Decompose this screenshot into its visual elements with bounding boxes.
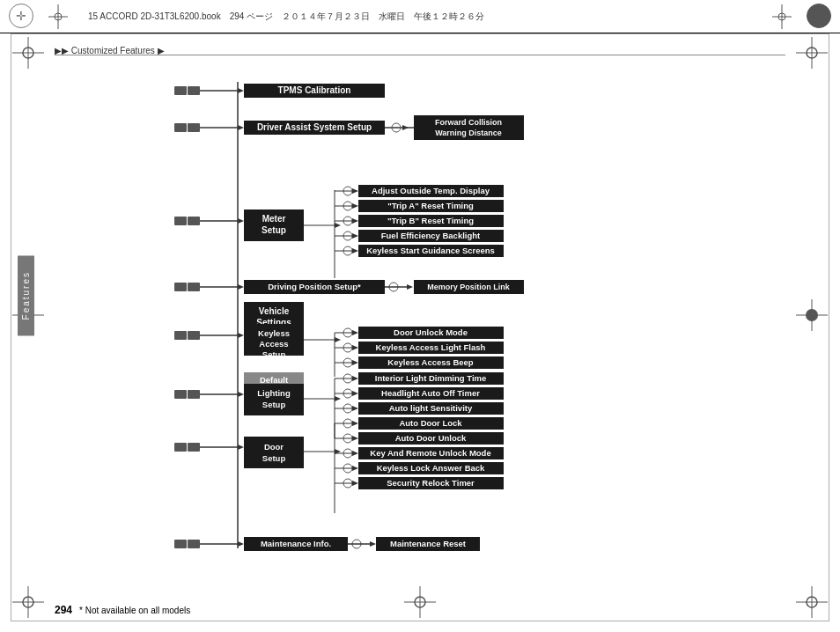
svg-text:Vehicle: Vehicle: [259, 306, 290, 316]
svg-text:Headlight Auto Off Timer: Headlight Auto Off Timer: [381, 388, 480, 398]
svg-rect-183: [174, 540, 187, 548]
svg-text:TPMS Calibration: TPMS Calibration: [278, 85, 351, 95]
svg-rect-85: [188, 283, 200, 291]
svg-rect-123: [174, 390, 187, 399]
svg-text:Maintenance Reset: Maintenance Reset: [390, 539, 467, 548]
svg-marker-63: [352, 203, 358, 209]
svg-text:Driver Assist System Setup: Driver Assist System Setup: [257, 122, 372, 132]
svg-text:Auto light Sensitivity: Auto light Sensitivity: [389, 403, 473, 413]
svg-text:Door: Door: [264, 442, 284, 452]
svg-marker-68: [352, 218, 358, 224]
svg-marker-42: [402, 125, 409, 130]
svg-marker-98: [238, 333, 244, 338]
svg-marker-186: [238, 541, 244, 547]
svg-marker-118: [352, 360, 358, 365]
svg-marker-151: [238, 445, 244, 450]
svg-marker-191: [370, 541, 376, 547]
svg-marker-175: [352, 466, 358, 471]
svg-text:Keyless Access Light Flash: Keyless Access Light Flash: [376, 342, 486, 352]
svg-text:Keyless Access Beep: Keyless Access Beep: [387, 357, 474, 367]
svg-marker-105: [335, 337, 341, 342]
svg-marker-78: [352, 248, 358, 254]
svg-marker-140: [352, 391, 358, 396]
svg-text:Access: Access: [259, 339, 288, 349]
svg-rect-184: [188, 540, 200, 548]
svg-text:Keyless: Keyless: [258, 328, 290, 338]
svg-rect-48: [188, 217, 200, 225]
svg-text:Warning Distance: Warning Distance: [435, 129, 502, 137]
top-header: ✛ 15 ACCORD 2D-31T3L6200.book 294 ページ ２０…: [0, 0, 840, 33]
svg-text:Setup: Setup: [262, 225, 286, 235]
svg-text:Auto Door Unlock: Auto Door Unlock: [395, 433, 467, 443]
crosshair-right: [772, 4, 792, 31]
file-info: 15 ACCORD 2D-31T3L6200.book 294 ページ ２０１４…: [88, 11, 484, 23]
svg-rect-35: [188, 123, 200, 132]
svg-text:"Trip B" Reset Timing: "Trip B" Reset Timing: [387, 216, 474, 225]
svg-rect-34: [174, 123, 187, 132]
svg-marker-87: [238, 284, 244, 290]
svg-marker-145: [352, 406, 358, 411]
svg-marker-37: [238, 125, 244, 130]
svg-text:Setup: Setup: [262, 349, 286, 359]
svg-text:Interior Light Dimming Time: Interior Light Dimming Time: [375, 373, 487, 383]
page-number: 294: [55, 604, 72, 616]
svg-text:"Trip A" Reset Timing: "Trip A" Reset Timing: [387, 201, 474, 210]
svg-text:Fuel Efficiency Backlight: Fuel Efficiency Backlight: [381, 231, 481, 240]
diagram-svg: TPMS Calibration Driver Assist System Se…: [26, 60, 819, 597]
corner-mark-tr: [807, 4, 831, 28]
svg-text:Keyless Lock Answer Back: Keyless Lock Answer Back: [377, 463, 485, 473]
svg-marker-92: [407, 284, 413, 290]
corner-mark-tl: ✛: [9, 4, 33, 28]
features-label: Features: [18, 255, 34, 335]
svg-text:Maintenance Info.: Maintenance Info.: [261, 539, 331, 548]
svg-text:Meter: Meter: [262, 214, 286, 224]
svg-marker-135: [352, 376, 358, 381]
svg-text:Lighting: Lighting: [257, 388, 291, 398]
svg-marker-31: [238, 88, 244, 93]
svg-marker-58: [352, 188, 358, 194]
crosshair-left: [48, 4, 68, 31]
svg-text:Security Relock Timer: Security Relock Timer: [387, 478, 475, 488]
svg-marker-108: [352, 330, 358, 335]
svg-text:Auto Door Lock: Auto Door Lock: [399, 418, 462, 428]
svg-marker-73: [352, 233, 358, 239]
svg-text:Keyless Start Guidance Screens: Keyless Start Guidance Screens: [366, 246, 495, 255]
svg-rect-29: [188, 86, 200, 95]
svg-rect-28: [174, 86, 187, 95]
svg-text:Forward Collision: Forward Collision: [435, 118, 502, 127]
svg-marker-55: [335, 223, 341, 228]
svg-marker-132: [335, 396, 341, 401]
footer: 294 * Not available on all models: [55, 604, 190, 616]
svg-rect-47: [174, 217, 187, 225]
footnote: * Not available on all models: [79, 606, 190, 615]
svg-text:Door Unlock Mode: Door Unlock Mode: [394, 327, 468, 337]
svg-marker-126: [238, 392, 244, 397]
svg-text:Key And Remote Unlock Mode: Key And Remote Unlock Mode: [370, 448, 490, 458]
svg-marker-170: [352, 451, 358, 456]
svg-rect-84: [174, 283, 187, 291]
svg-rect-149: [188, 443, 200, 452]
svg-text:Driving Position Setup*: Driving Position Setup*: [268, 282, 361, 291]
svg-rect-124: [188, 390, 200, 399]
svg-marker-113: [352, 345, 358, 350]
svg-text:Adjust Outside Temp. Display: Adjust Outside Temp. Display: [372, 186, 490, 195]
svg-rect-95: [174, 331, 187, 340]
svg-text:Setup: Setup: [262, 400, 286, 409]
svg-rect-148: [174, 443, 187, 452]
svg-text:Memory Position Link: Memory Position Link: [427, 283, 511, 291]
svg-marker-160: [352, 421, 358, 426]
svg-text:Setup: Setup: [262, 453, 286, 463]
svg-marker-165: [352, 436, 358, 441]
svg-marker-180: [352, 481, 358, 486]
breadcrumb-line: [55, 55, 785, 55]
svg-marker-50: [238, 218, 244, 224]
svg-rect-96: [188, 331, 200, 340]
svg-text:Default: Default: [260, 375, 289, 385]
